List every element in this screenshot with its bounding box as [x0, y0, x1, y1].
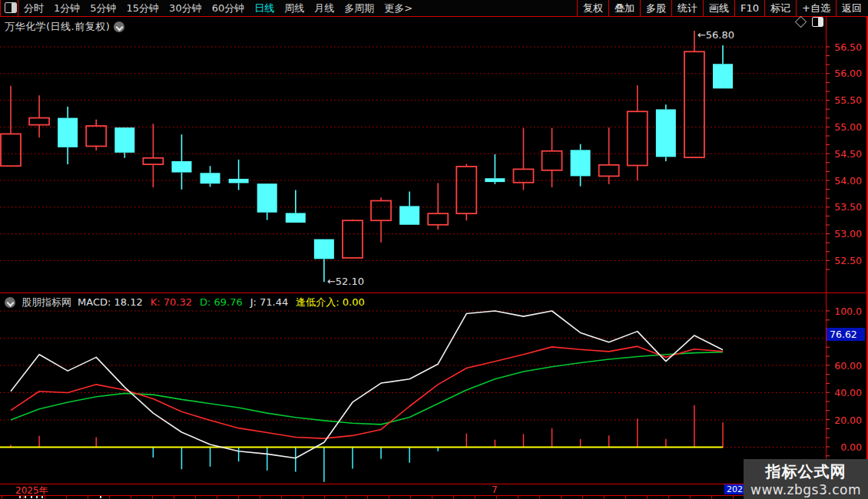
clipped-tick: [690, 496, 691, 499]
toolbar-actions: 复权叠加多股统计画线F10标记+自选返回: [577, 0, 867, 16]
clipped-tick: [152, 496, 153, 499]
watermark-title: 指标公式网: [744, 461, 868, 482]
clipped-tick: [367, 496, 368, 499]
toolbar-action-button[interactable]: F10: [734, 0, 764, 16]
clipped-tick: [733, 496, 734, 499]
svg-text:54.00: 54.00: [834, 175, 862, 187]
clipped-tick: [109, 496, 110, 499]
trading-app-window: 分时1分钟5分钟15分钟30分钟60分钟日线周线月线多周期更多> 复权叠加多股统…: [0, 0, 868, 499]
svg-text:55.00: 55.00: [834, 121, 862, 133]
clipped-bottom-panel: [0, 496, 868, 499]
clipped-tick: [582, 496, 583, 499]
svg-text:60.00: 60.00: [834, 360, 862, 372]
clipped-tick: [2, 496, 2, 499]
clipped-text-fragment: [100, 496, 101, 498]
clipped-tick: [432, 496, 432, 499]
period-tab[interactable]: 分时: [24, 2, 44, 15]
period-tab[interactable]: 多周期: [344, 2, 374, 15]
svg-text:55.50: 55.50: [834, 94, 862, 106]
svg-text:54.50: 54.50: [834, 148, 862, 160]
clipped-tick: [88, 496, 88, 499]
clipped-tick: [281, 496, 282, 499]
clipped-tick: [453, 496, 454, 499]
svg-text:53.50: 53.50: [834, 201, 862, 213]
clipped-tick: [346, 496, 346, 499]
svg-text:56.00: 56.00: [834, 68, 862, 79]
period-tab[interactable]: 日线: [254, 2, 274, 15]
clipped-tick: [647, 496, 648, 499]
clipped-text-fragment: [25, 496, 26, 498]
clipped-tick: [561, 496, 562, 499]
toolbar-action-button[interactable]: 画线: [703, 0, 734, 16]
clipped-text-fragment: [31, 496, 32, 498]
clipped-tick: [518, 496, 518, 499]
toolbar-action-button[interactable]: 复权: [577, 0, 608, 16]
period-tab[interactable]: 1分钟: [54, 2, 80, 15]
panel-split-icon[interactable]: [5, 2, 17, 13]
watermark-url: www.zbgs3.com: [744, 482, 868, 497]
clipped-tick: [604, 496, 605, 499]
clipped-tick: [195, 496, 196, 499]
clipped-tick: [260, 496, 260, 499]
timeline-month-label: 7: [492, 484, 498, 495]
clipped-text-fragment: [36, 496, 38, 498]
toolbar-action-button[interactable]: 统计: [671, 0, 703, 16]
toolbar-action-button[interactable]: 标记: [764, 0, 796, 16]
clipped-tick: [174, 496, 174, 499]
clipped-tick: [475, 496, 475, 499]
svg-text:0.00: 0.00: [840, 441, 862, 453]
clipped-tick: [668, 496, 669, 499]
period-tabs: 分时1分钟5分钟15分钟30分钟60分钟日线周线月线多周期更多>: [24, 0, 412, 16]
svg-text:←56.80: ←56.80: [697, 29, 734, 41]
toolbar-action-button[interactable]: 返回: [836, 0, 867, 16]
clipped-tick: [496, 496, 497, 499]
period-tab[interactable]: 60分钟: [212, 2, 245, 15]
clipped-text-fragment: [41, 496, 43, 498]
clipped-tick: [389, 496, 389, 499]
clipped-tick: [45, 496, 45, 499]
clipped-tick: [303, 496, 303, 499]
toolbar-action-button[interactable]: 叠加: [608, 0, 640, 16]
clipped-tick: [410, 496, 411, 499]
clipped-tick: [66, 496, 67, 499]
svg-text:40.00: 40.00: [834, 387, 862, 398]
svg-text:76.62: 76.62: [830, 329, 857, 340]
clipped-tick: [539, 496, 540, 499]
toolbar-divider: [18, 0, 18, 16]
toolbar-action-button[interactable]: +自选: [796, 0, 836, 16]
svg-text:←52.10: ←52.10: [327, 276, 364, 287]
period-tab[interactable]: 更多>: [384, 2, 412, 15]
clipped-tick: [131, 496, 131, 499]
clipped-tick: [711, 496, 712, 499]
watermark: 指标公式网 www.zbgs3.com: [744, 459, 868, 499]
kdj-indicator-chart[interactable]: 100.060.0040.0020.000.0076.62: [0, 293, 868, 484]
candlestick-chart[interactable]: 56.5056.0055.5055.0054.5054.0053.5053.00…: [0, 17, 868, 293]
svg-text:20.00: 20.00: [834, 415, 862, 426]
period-tab[interactable]: 30分钟: [169, 2, 202, 15]
period-tab[interactable]: 周线: [284, 2, 304, 15]
period-tab[interactable]: 5分钟: [90, 2, 116, 15]
clipped-text-fragment: [19, 496, 21, 498]
timeline-bar[interactable]: 2025年 7 2025: [0, 484, 868, 495]
svg-text:52.50: 52.50: [834, 255, 862, 266]
svg-text:53.00: 53.00: [834, 228, 862, 240]
toolbar: 分时1分钟5分钟15分钟30分钟60分钟日线周线月线多周期更多> 复权叠加多股统…: [0, 0, 868, 16]
svg-text:100.0: 100.0: [834, 306, 862, 317]
svg-text:56.50: 56.50: [834, 41, 862, 53]
clipped-tick: [238, 496, 239, 499]
clipped-tick: [217, 496, 217, 499]
period-tab[interactable]: 月线: [314, 2, 334, 15]
clipped-tick: [625, 496, 626, 499]
clipped-tick: [23, 496, 24, 499]
toolbar-action-button[interactable]: 多股: [640, 0, 671, 16]
period-tab[interactable]: 15分钟: [127, 2, 160, 15]
clipped-tick: [324, 496, 325, 499]
